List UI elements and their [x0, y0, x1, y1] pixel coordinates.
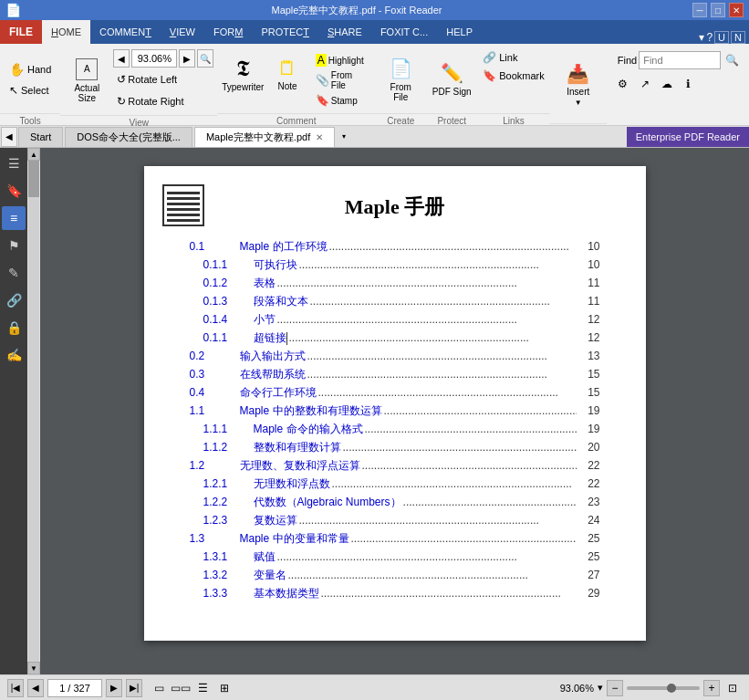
stamp-btn[interactable]: 🔖 Stamp — [312, 91, 369, 110]
double-page-icon[interactable]: ▭▭ — [172, 679, 190, 697]
zoom-out-small-btn[interactable]: ◀ — [113, 49, 130, 68]
tab-prev-btn[interactable]: ◀ — [1, 127, 17, 147]
toc-entry[interactable]: 1.1.1Maple 命令的输入格式......................… — [190, 422, 600, 437]
toc-entry[interactable]: 0.4命令行工作环境..............................… — [190, 385, 600, 401]
tab-comment[interactable]: COMMENT — [90, 20, 161, 44]
prev-page-btn[interactable]: ◀ — [27, 679, 44, 697]
link-btn[interactable]: 🔗 Link — [479, 49, 548, 66]
tab-maple-close[interactable]: ✕ — [316, 132, 323, 142]
toc-text: 在线帮助系统 — [240, 367, 306, 382]
ribbon-help-icon[interactable]: ? — [706, 31, 713, 44]
next-page-btn[interactable]: ▶ — [106, 679, 122, 697]
window-controls[interactable]: ─ □ ✕ — [692, 3, 744, 17]
toc-entry[interactable]: 1.3.1赋值.................................… — [190, 549, 600, 565]
scroll-track[interactable] — [28, 161, 39, 662]
minimize-btn[interactable]: ─ — [692, 3, 707, 17]
cloud-btn[interactable]: ☁ — [658, 75, 676, 93]
tab-start[interactable]: Start — [18, 127, 63, 147]
select-tool[interactable]: ↖ Select — [5, 82, 53, 99]
scroll-up-btn[interactable]: ▲ — [27, 148, 40, 161]
toc-entry[interactable]: 1.3Maple 中的变量和常量........................… — [190, 531, 600, 547]
hand-tool[interactable]: ✋ Hand — [5, 60, 55, 78]
tab-home[interactable]: HOME — [42, 20, 90, 44]
toc-entry[interactable]: 1.2.2代数数（Algebraic Numbers）.............… — [190, 495, 600, 510]
zoom-search-btn[interactable]: 🔍 — [197, 49, 213, 68]
toc-entry[interactable]: 1.1.2整数和有理数计算...........................… — [190, 440, 600, 455]
toc-entry[interactable]: 1.2无理数、复数和浮点运算..........................… — [190, 458, 600, 474]
info-btn[interactable]: ℹ — [680, 75, 698, 93]
page-input[interactable] — [47, 679, 102, 697]
zoom-slider[interactable] — [627, 686, 700, 690]
from-file-btn[interactable]: 📎 From File — [312, 71, 369, 89]
file-tab[interactable]: FILE — [0, 20, 42, 44]
sidebar-lock-icon[interactable]: 🔒 — [2, 316, 26, 340]
settings-btn[interactable]: ⚙ — [614, 75, 632, 93]
single-page-icon[interactable]: ▭ — [150, 679, 168, 697]
scroll-thumb[interactable] — [28, 161, 39, 197]
share-btn[interactable]: ↗ — [636, 75, 654, 93]
account-icon[interactable]: N — [731, 31, 745, 44]
toc-entry[interactable]: 1.2.1无理数和浮点数............................… — [190, 476, 600, 492]
scroll-down-btn[interactable]: ▼ — [27, 662, 40, 674]
toc-entry[interactable]: 1.1Maple 中的整数和有理数运算.....................… — [190, 403, 600, 419]
zoom-in-small-btn[interactable]: ▶ — [179, 49, 195, 68]
toc-entry[interactable]: 0.1.3段落和文本..............................… — [190, 294, 600, 309]
tab-protect[interactable]: PROTECT — [252, 20, 318, 44]
rotate-left-btn[interactable]: ↺ Rotate Left — [113, 70, 181, 89]
tab-foxit[interactable]: FOXIT C... — [371, 20, 437, 44]
maximize-btn[interactable]: □ — [711, 3, 725, 17]
toc-entry[interactable]: 1.3.2变量名................................… — [190, 568, 600, 583]
last-page-btn[interactable]: ▶| — [126, 679, 142, 697]
toc-entry[interactable]: 0.1.1超链接................................… — [190, 330, 600, 346]
toc-entry[interactable]: 0.1.1可执行块...............................… — [190, 257, 600, 273]
insert-btn[interactable]: 📥 Insert ▼ — [556, 57, 601, 112]
pdf-sign-btn[interactable]: ✏️ PDF Sign — [432, 54, 472, 105]
search-input[interactable] — [639, 51, 721, 69]
from-file-create-btn[interactable]: 📄 FromFile — [380, 54, 421, 105]
toc-entry[interactable]: 0.1.2表格.................................… — [190, 276, 600, 291]
first-page-btn[interactable]: |◀ — [7, 679, 24, 697]
rotate-right-btn[interactable]: ↻ Rotate Right — [113, 92, 187, 110]
toc-num: 1.3.2 — [190, 569, 254, 581]
toc-entry[interactable]: 1.2.3复数运算...............................… — [190, 513, 600, 528]
tab-share[interactable]: SHARE — [318, 20, 371, 44]
close-btn[interactable]: ✕ — [729, 3, 744, 17]
tab-form[interactable]: FORM — [204, 20, 252, 44]
enterprise-badge[interactable]: Enterprise PDF Reader — [627, 127, 749, 147]
note-btn[interactable]: 🗒 Note — [268, 49, 307, 100]
toc-dots: ........................................… — [299, 258, 577, 271]
zoom-input[interactable] — [131, 49, 177, 68]
vertical-scrollbar[interactable]: ▲ ▼ — [27, 148, 40, 674]
sidebar-link-icon[interactable]: 🔗 — [2, 288, 26, 312]
actual-size-btn[interactable]: A ActualSize — [64, 54, 109, 107]
sidebar-pages-icon[interactable]: ≡ — [2, 206, 26, 230]
toc-entry[interactable]: 0.2输入输出方式...............................… — [190, 349, 600, 364]
sidebar-bookmark-icon[interactable]: 🔖 — [2, 179, 26, 203]
toc-entry[interactable]: 1.3.3基本数据类型.............................… — [190, 586, 600, 601]
fit-window-btn[interactable]: ⊡ — [723, 679, 742, 697]
highlight-btn[interactable]: A Highlight — [312, 51, 369, 69]
search-btn[interactable]: 🔍 — [723, 51, 741, 69]
sidebar-nav-icon[interactable]: ☰ — [2, 151, 26, 175]
tab-dropdown-btn[interactable]: ▾ — [337, 127, 351, 147]
toc-entry[interactable]: 0.1.4小节.................................… — [190, 312, 600, 328]
sidebar-flag-icon[interactable]: ⚑ — [2, 234, 26, 257]
tab-dos[interactable]: DOS命令大全(完整版... — [65, 127, 192, 147]
zoom-out-btn[interactable]: − — [607, 680, 623, 696]
sidebar-sign-icon[interactable]: ✍ — [2, 343, 26, 367]
toc-entry[interactable]: 0.1Maple 的工作环境..........................… — [190, 239, 600, 255]
toc-entry[interactable]: 0.3在线帮助系统...............................… — [190, 367, 600, 382]
tab-maple[interactable]: Maple完整中文教程.pdf ✕ — [194, 127, 335, 147]
scroll-icon[interactable]: ☰ — [193, 679, 212, 697]
sidebar-edit-icon[interactable]: ✎ — [2, 261, 26, 285]
tab-help[interactable]: HELP — [437, 20, 482, 44]
tab-view[interactable]: VIEW — [161, 20, 204, 44]
zoom-in-btn[interactable]: + — [703, 680, 720, 696]
layout-icon[interactable]: ⊞ — [215, 679, 234, 697]
zoom-dropdown-icon[interactable]: ▾ — [598, 682, 603, 694]
user-icon[interactable]: U — [714, 31, 729, 44]
zoom-slider-thumb[interactable] — [667, 684, 676, 693]
bookmark-btn[interactable]: 🔖 Bookmark — [479, 68, 548, 84]
ribbon-minimize-icon[interactable]: ▾ — [699, 31, 704, 44]
typewriter-btn[interactable]: 𝕿 Typewriter — [223, 49, 263, 100]
